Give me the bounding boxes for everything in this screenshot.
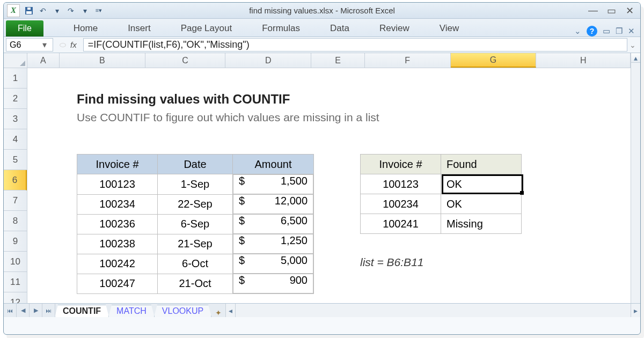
dollar-sign: $ <box>239 175 251 194</box>
expand-formula-bar-icon[interactable]: ⌄ <box>627 38 638 52</box>
mdi-minimize-icon[interactable]: ▭ <box>603 26 610 36</box>
table-header: Invoice # <box>361 155 441 174</box>
chevron-down-icon[interactable]: ▾ <box>51 5 63 17</box>
window-controls: — ▭ ✕ <box>586 6 637 16</box>
formula-bar-row: G6 ▾ ⬭ fx =IF(COUNTIF(list,F6),"OK","Mis… <box>4 37 640 53</box>
sheet-tab[interactable]: VLOOKUP <box>154 305 211 317</box>
svg-rect-2 <box>27 8 31 10</box>
col-header[interactable]: A <box>27 53 60 68</box>
horizontal-scrollbar[interactable]: ◂ ▸ <box>225 304 640 317</box>
scroll-right-icon[interactable]: ▸ <box>631 304 640 317</box>
select-all-button[interactable] <box>4 53 27 68</box>
sheet-nav-buttons: ⏮ ◀ ▶ ⏭ <box>4 304 55 317</box>
col-header-active[interactable]: G <box>451 53 537 68</box>
table-header: Date <box>158 155 233 174</box>
ribbon-tab-data[interactable]: Data <box>315 20 364 36</box>
svg-rect-1 <box>26 11 32 14</box>
scroll-up-icon[interactable]: ▴ <box>631 53 640 63</box>
undo-icon[interactable]: ↶ <box>37 5 49 17</box>
cancel-formula-icon[interactable]: ⬭ <box>60 40 66 49</box>
table-row: 1001231-Sep$1,500 <box>77 174 314 195</box>
ribbon-tab-insert[interactable]: Insert <box>113 20 166 36</box>
sheet-tab-active[interactable]: COUNTIF <box>55 305 109 317</box>
next-sheet-icon[interactable]: ▶ <box>30 304 42 317</box>
maximize-button[interactable]: ▭ <box>604 6 619 16</box>
titlebar: X ↶ ▾ ↷ ▾ ≡▾ find missing values.xlsx - … <box>4 3 640 19</box>
row-header[interactable]: 1 <box>4 68 27 89</box>
row-header[interactable]: 2 <box>4 89 27 109</box>
worksheet-title: Find missing values with COUNTIF <box>77 92 290 107</box>
help-icon[interactable]: ? <box>587 26 597 36</box>
invoice-table: Invoice # Date Amount 1001231-Sep$1,500 … <box>77 154 314 294</box>
row-header[interactable]: 10 <box>4 252 27 272</box>
scroll-left-icon[interactable]: ◂ <box>226 304 236 317</box>
row-header[interactable]: 5 <box>4 150 27 170</box>
fx-icon[interactable]: fx <box>70 40 77 49</box>
row-header[interactable]: 9 <box>4 231 27 252</box>
dollar-sign: $ <box>239 254 251 273</box>
table-row: 1002426-Oct$5,000 <box>77 254 314 274</box>
chevron-down-icon[interactable]: ▾ <box>40 40 49 50</box>
table-row: 10023821-Sep$1,250 <box>77 234 314 254</box>
last-sheet-icon[interactable]: ⏭ <box>42 304 55 317</box>
named-range-note: list = B6:B11 <box>360 256 423 269</box>
col-header[interactable]: B <box>60 53 145 68</box>
dollar-sign: $ <box>239 274 251 293</box>
name-box-value: G6 <box>10 40 21 50</box>
row-header[interactable]: 11 <box>4 272 27 292</box>
worksheet-subtitle: Use COUNTIF to figure out which values a… <box>77 111 379 124</box>
table-row: 100123OK <box>361 174 522 194</box>
save-icon[interactable] <box>23 5 35 17</box>
excel-app-icon: X <box>7 4 20 17</box>
ribbon-tab-view[interactable]: View <box>425 20 474 36</box>
formula-bar[interactable]: =IF(COUNTIF(list,F6),"OK","Missing") <box>83 38 627 52</box>
col-header[interactable]: F <box>365 53 451 68</box>
prev-sheet-icon[interactable]: ◀ <box>17 304 30 317</box>
ribbon-tabs: File Home Insert Page Layout Formulas Da… <box>4 19 640 37</box>
col-header[interactable]: D <box>225 53 311 68</box>
worksheet-grid: A B C D E F G H 1 2 3 4 5 6 7 8 9 10 11 … <box>4 53 640 317</box>
dollar-sign: $ <box>239 215 251 233</box>
first-sheet-icon[interactable]: ⏮ <box>4 304 17 317</box>
row-header-active[interactable]: 6 <box>4 170 27 190</box>
table-header: Invoice # <box>77 155 158 174</box>
dollar-sign: $ <box>239 195 251 214</box>
table-row: 1002366-Sep$6,500 <box>77 214 314 234</box>
table-row: 10023422-Sep$12,000 <box>77 194 314 214</box>
column-headers: A B C D E F G H <box>27 53 631 68</box>
file-tab[interactable]: File <box>6 20 43 36</box>
table-row: 10024721-Oct$900 <box>77 274 314 294</box>
name-box[interactable]: G6 ▾ <box>6 38 53 52</box>
vertical-scrollbar[interactable]: ▴ ▾ <box>631 53 640 317</box>
ribbon-tab-pagelayout[interactable]: Page Layout <box>166 20 247 36</box>
row-header[interactable]: 3 <box>4 109 27 129</box>
close-button[interactable]: ✕ <box>622 6 637 16</box>
row-headers: 1 2 3 4 5 6 7 8 9 10 11 12 <box>4 68 27 317</box>
mdi-close-icon[interactable]: ✕ <box>628 26 635 36</box>
table-row: 100234OK <box>361 194 522 214</box>
col-header[interactable]: C <box>145 53 226 68</box>
dollar-sign: $ <box>239 234 251 253</box>
table-header: Found <box>441 155 522 174</box>
col-header[interactable]: H <box>536 53 631 68</box>
quick-access-toolbar: ↶ ▾ ↷ ▾ ≡▾ <box>23 5 105 17</box>
ribbon-minimize-icon[interactable]: ⌄ <box>574 26 581 36</box>
formula-text: =IF(COUNTIF(list,F6),"OK","Missing") <box>88 39 250 50</box>
row-header[interactable]: 7 <box>4 190 27 211</box>
row-header[interactable]: 8 <box>4 211 27 231</box>
col-header[interactable]: E <box>311 53 365 68</box>
cells-area[interactable]: Find missing values with COUNTIF Use COU… <box>27 68 631 317</box>
minimize-button[interactable]: — <box>586 6 601 16</box>
qat-customize-icon[interactable]: ≡▾ <box>93 5 105 17</box>
ribbon-tab-formulas[interactable]: Formulas <box>247 20 315 36</box>
excel-window: X ↶ ▾ ↷ ▾ ≡▾ find missing values.xlsx - … <box>3 2 641 335</box>
mdi-restore-icon[interactable]: ❐ <box>616 26 623 36</box>
sheet-tab[interactable]: MATCH <box>108 305 155 317</box>
table-row: 100241Missing <box>361 214 522 234</box>
redo-icon[interactable]: ↷ <box>65 5 77 17</box>
ribbon-tab-home[interactable]: Home <box>58 20 113 36</box>
ribbon-tab-review[interactable]: Review <box>364 20 425 36</box>
row-header[interactable]: 4 <box>4 129 27 150</box>
chevron-down-icon[interactable]: ▾ <box>79 5 91 17</box>
new-sheet-icon[interactable]: ✦ <box>211 308 225 317</box>
